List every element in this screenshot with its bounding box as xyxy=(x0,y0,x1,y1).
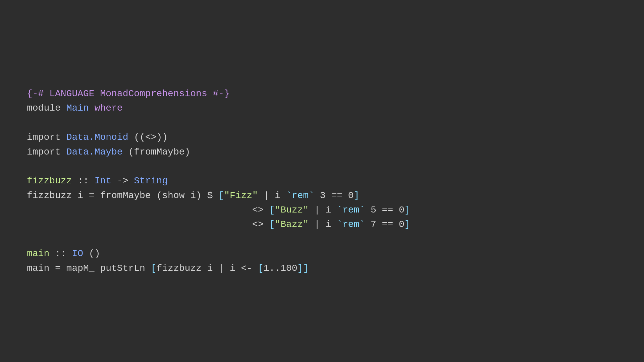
code-token: import xyxy=(27,147,66,157)
code-token: <> xyxy=(27,219,264,230)
code-token: main xyxy=(27,248,49,259)
code-token: [ xyxy=(151,263,157,274)
code-token: :: xyxy=(72,176,94,186)
code-container: {-# LANGUAGE MonadComprehensions #-}modu… xyxy=(0,0,644,362)
code-token: :: xyxy=(49,248,72,259)
code-token: ] xyxy=(405,219,410,230)
code-token: "Bazz" xyxy=(275,219,309,230)
code-token: Data.Monoid xyxy=(66,132,128,142)
code-token: 7 == 0 xyxy=(365,219,405,230)
code-token: fizzbuzz i | i <- xyxy=(156,263,258,274)
code-token: 5 == 0 xyxy=(365,205,405,215)
code-token: module xyxy=(27,103,66,113)
code-line-import2: import Data.Maybe (fromMaybe) xyxy=(27,145,617,159)
code-token: [ xyxy=(218,190,224,201)
code-token: String xyxy=(134,176,168,186)
code-token: IO xyxy=(72,248,83,259)
code-line-maindef: main = mapM_ putStrLn [fizzbuzz i | i <-… xyxy=(27,261,617,276)
code-line-module: module Main where xyxy=(27,101,617,115)
code-token: -> xyxy=(111,176,134,186)
code-token xyxy=(123,147,128,157)
code-token: [ xyxy=(258,263,264,274)
code-token: ((<>)) xyxy=(134,132,168,142)
code-line-typesig: fizzbuzz :: Int -> String xyxy=(27,174,617,188)
code-line-pragma: {-# LANGUAGE MonadComprehensions #-} xyxy=(27,86,617,101)
code-token: <> xyxy=(27,205,264,215)
empty-line xyxy=(27,232,617,246)
code-line-mainsig: main :: IO () xyxy=(27,246,617,261)
code-token: {-# LANGUAGE MonadComprehensions #-} xyxy=(27,88,230,99)
empty-line xyxy=(27,159,617,174)
code-token: `rem` xyxy=(286,190,314,201)
code-token: | i xyxy=(309,205,337,215)
code-token: fizzbuzz xyxy=(27,176,72,186)
code-token: | i xyxy=(258,190,286,201)
code-token: main = mapM_ putStrLn xyxy=(27,263,151,274)
code-token: `rem` xyxy=(337,205,365,215)
empty-line xyxy=(27,116,617,130)
code-token: () xyxy=(83,248,100,259)
code-token: `rem` xyxy=(337,219,365,230)
code-token: "Fizz" xyxy=(224,190,258,201)
code-token: ] xyxy=(405,205,410,215)
code-token: "Buzz" xyxy=(275,205,309,215)
code-line-def3: <> ["Bazz" | i `rem` 7 == 0] xyxy=(27,217,617,232)
code-token: [ xyxy=(264,205,275,215)
code-line-def1: fizzbuzz i = fromMaybe (show i) $ ["Fizz… xyxy=(27,188,617,203)
code-token: ] xyxy=(298,263,303,274)
code-token: Int xyxy=(95,176,111,186)
code-token: fizzbuzz i = fromMaybe (show i) $ xyxy=(27,190,218,201)
code-token: Main xyxy=(66,103,89,113)
code-token: [ xyxy=(264,219,275,230)
code-token: import xyxy=(27,132,66,142)
code-token: ] xyxy=(303,263,309,274)
code-line-def2: <> ["Buzz" | i `rem` 5 == 0] xyxy=(27,203,617,217)
code-token: (fromMaybe) xyxy=(128,147,190,157)
code-token: | i xyxy=(309,219,337,230)
code-block: {-# LANGUAGE MonadComprehensions #-}modu… xyxy=(27,86,617,276)
code-token xyxy=(128,132,134,142)
code-line-import1: import Data.Monoid ((<>)) xyxy=(27,130,617,144)
code-token: ] xyxy=(354,190,360,201)
code-token: where xyxy=(89,103,123,113)
code-token: Data.Maybe xyxy=(66,147,123,157)
code-token: 3 == 0 xyxy=(314,190,354,201)
code-token: 1..100 xyxy=(264,263,298,274)
